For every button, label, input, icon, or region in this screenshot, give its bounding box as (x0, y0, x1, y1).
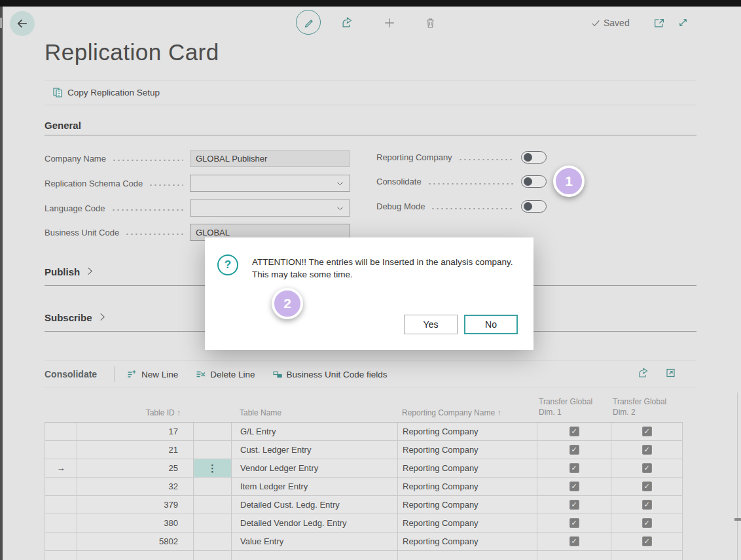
replication-schema-code-combobox[interactable] (190, 175, 350, 192)
section-publish-heading[interactable]: Publish (45, 266, 94, 277)
share-icon[interactable] (638, 368, 649, 378)
row-selector-cell[interactable] (45, 478, 77, 495)
new-button[interactable] (384, 17, 395, 29)
maximize-button[interactable] (678, 17, 689, 28)
language-code-combobox[interactable] (190, 200, 350, 217)
cell-reporting-company-name[interactable]: Reporting Company (397, 441, 537, 459)
cell-table-name[interactable]: Item Ledger Entry (231, 478, 397, 495)
cell-row-menu[interactable] (193, 441, 231, 459)
header-table-id[interactable]: Table ID ↑ (77, 393, 193, 422)
table-row[interactable]: 5802Value EntryReporting Company✓✓ (45, 533, 683, 551)
edit-button[interactable] (296, 10, 321, 35)
cell-transfer-dim1[interactable]: ✓ (537, 514, 611, 532)
checkbox-checked[interactable]: ✓ (642, 481, 652, 491)
delete-button[interactable] (425, 17, 436, 29)
cell-reporting-company-name[interactable]: Reporting Company (397, 423, 537, 440)
row-selector-cell[interactable] (45, 496, 77, 514)
cell-transfer-dim1[interactable]: ✓ (537, 496, 611, 514)
new-line-button[interactable]: New Line (126, 369, 178, 379)
checkbox-checked[interactable]: ✓ (569, 427, 579, 436)
row-selector-cell[interactable] (45, 514, 77, 532)
cell-table-name[interactable]: Vendor Ledger Entry (231, 459, 397, 477)
cell-transfer-dim1[interactable]: ✓ (537, 423, 611, 440)
chevron-down-icon[interactable] (336, 179, 344, 188)
cell-reporting-company-name[interactable]: Reporting Company (397, 459, 537, 477)
cell-transfer-dim1[interactable]: ✓ (537, 441, 611, 459)
table-row[interactable]: →25⋮Vendor Ledger EntryReporting Company… (45, 459, 683, 478)
table-row[interactable]: 21Cust. Ledger EntryReporting Company✓✓ (45, 441, 683, 459)
cell-row-menu[interactable] (193, 478, 231, 495)
share-button[interactable] (341, 17, 353, 28)
table-row[interactable]: 17G/L EntryReporting Company✓✓ (45, 423, 683, 441)
table-row[interactable]: 380Detailed Vendor Ledg. EntryReporting … (45, 514, 683, 533)
cell-table-id[interactable]: 5802 (77, 533, 193, 550)
cell-transfer-dim2[interactable]: ✓ (611, 533, 683, 550)
focus-mode-icon[interactable] (665, 368, 676, 378)
cell-table-id[interactable]: 380 (77, 514, 193, 532)
header-transfer-global-dim-2[interactable]: Transfer GlobalDim. 2 (611, 393, 683, 422)
checkbox-checked[interactable]: ✓ (569, 481, 579, 491)
cell-table-name[interactable]: Cust. Ledger Entry (231, 441, 397, 459)
table-row[interactable]: 379Detailed Cust. Ledg. EntryReporting C… (45, 496, 683, 514)
row-selector-cell[interactable] (45, 441, 77, 459)
cell-row-menu[interactable] (193, 533, 231, 550)
checkbox-checked[interactable]: ✓ (642, 500, 652, 510)
cell-table-name[interactable]: G/L Entry (231, 423, 397, 440)
cell-row-menu[interactable] (193, 423, 231, 440)
scrollbar-track[interactable] (737, 393, 738, 560)
delete-line-button[interactable]: Delete Line (195, 369, 255, 379)
yes-button[interactable]: Yes (404, 315, 458, 334)
cell-table-name[interactable]: Value Entry (231, 533, 397, 550)
no-button[interactable]: No (464, 315, 518, 334)
cell-transfer-dim2[interactable]: ✓ (611, 496, 683, 514)
cell-table-id[interactable]: 32 (77, 478, 193, 495)
consolidate-toggle[interactable] (521, 175, 547, 188)
cell-transfer-dim2[interactable]: ✓ (611, 459, 683, 477)
cell-transfer-dim2[interactable]: ✓ (611, 441, 683, 459)
header-transfer-global-dim-1[interactable]: Transfer GlobalDim. 1 (537, 393, 611, 422)
header-table-name[interactable]: Table Name (231, 393, 397, 422)
cell-row-menu[interactable] (193, 514, 231, 532)
checkbox-checked[interactable]: ✓ (642, 463, 652, 473)
cell-table-name[interactable]: Detailed Cust. Ledg. Entry (231, 496, 397, 514)
table-row-empty[interactable] (45, 551, 683, 560)
checkbox-checked[interactable]: ✓ (569, 536, 579, 546)
checkbox-checked[interactable]: ✓ (569, 518, 579, 528)
checkbox-checked[interactable]: ✓ (642, 518, 652, 528)
row-selector-cell[interactable]: → (45, 459, 77, 477)
cell-reporting-company-name[interactable]: Reporting Company (397, 533, 537, 550)
checkbox-checked[interactable]: ✓ (642, 427, 652, 436)
cell-transfer-dim1[interactable]: ✓ (537, 478, 611, 495)
row-selector-cell[interactable] (45, 423, 77, 440)
company-name-input[interactable]: GLOBAL Publisher (190, 150, 350, 167)
cell-table-id[interactable]: 379 (77, 496, 193, 514)
cell-transfer-dim1[interactable]: ✓ (537, 459, 611, 477)
checkbox-checked[interactable]: ✓ (642, 536, 652, 546)
header-reporting-company-name[interactable]: Reporting Company Name ↑ (397, 393, 537, 422)
row-menu-dots-icon[interactable]: ⋮ (208, 463, 217, 474)
cell-row-menu[interactable] (193, 496, 231, 514)
cell-table-id[interactable]: 21 (77, 441, 193, 459)
scrollbar-thumb[interactable] (734, 518, 741, 521)
back-button[interactable] (10, 11, 35, 36)
debug-mode-toggle[interactable] (521, 200, 547, 213)
cell-table-id[interactable]: 25 (77, 459, 193, 477)
cell-transfer-dim2[interactable]: ✓ (611, 514, 683, 532)
open-in-new-window-button[interactable] (653, 18, 665, 28)
section-subscribe-heading[interactable]: Subscribe (45, 312, 106, 323)
business-unit-code-fields-button[interactable]: Business Unit Code fields (272, 370, 388, 379)
cell-reporting-company-name[interactable]: Reporting Company (397, 514, 537, 532)
checkbox-checked[interactable]: ✓ (569, 500, 579, 510)
checkbox-checked[interactable]: ✓ (569, 463, 579, 473)
cell-reporting-company-name[interactable]: Reporting Company (397, 478, 537, 495)
cell-transfer-dim2[interactable]: ✓ (611, 478, 683, 495)
checkbox-checked[interactable]: ✓ (642, 445, 652, 455)
cell-reporting-company-name[interactable]: Reporting Company (397, 496, 537, 514)
copy-replication-setup-button[interactable]: Copy Replication Setup (52, 87, 160, 98)
cell-transfer-dim2[interactable]: ✓ (611, 423, 683, 440)
cell-transfer-dim1[interactable]: ✓ (537, 533, 611, 550)
chevron-down-icon[interactable] (336, 204, 344, 213)
cell-table-id[interactable]: 17 (77, 423, 193, 440)
cell-row-menu[interactable]: ⋮ (193, 459, 231, 477)
checkbox-checked[interactable]: ✓ (569, 445, 579, 455)
